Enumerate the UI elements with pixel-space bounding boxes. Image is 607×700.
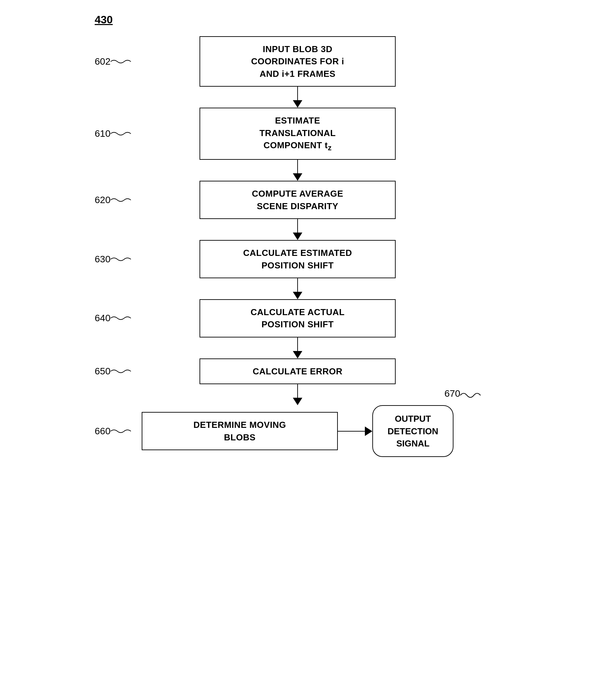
arrow-5	[293, 338, 302, 358]
step-row-602: 602 INPUT BLOB 3DCOORDINATES FOR iAND i+…	[95, 36, 501, 87]
box-630: CALCULATE ESTIMATEDPOSITION SHIFT	[200, 240, 396, 278]
box-650: CALCULATE ERROR	[200, 358, 396, 384]
wavy-icon-650	[110, 368, 131, 375]
label-640: 640	[95, 313, 131, 324]
box-640: CALCULATE ACTUALPOSITION SHIFT	[200, 299, 396, 338]
box-602: INPUT BLOB 3DCOORDINATES FOR iAND i+1 FR…	[200, 36, 396, 87]
arrow-1	[293, 87, 302, 108]
arrow-6	[293, 384, 302, 405]
wavy-icon-602	[110, 58, 131, 65]
step-row-620: 620 COMPUTE AVERAGESCENE DISPARITY	[95, 181, 501, 219]
wavy-icon-670	[460, 388, 481, 399]
bottom-row: DETERMINE MOVINGBLOBS OUTPUTDETECTIONSIG…	[142, 405, 454, 457]
step-row-610: 610 ESTIMATETRANSLATIONALCOMPONENT tz	[95, 108, 501, 160]
h-arrowhead	[365, 426, 372, 436]
h-arrow-line	[338, 431, 365, 432]
arrow-3	[293, 219, 302, 240]
label-610: 610	[95, 128, 131, 139]
diagram-container: 430 602 INPUT BLOB 3DCOORDINATES FOR iAN…	[95, 14, 501, 457]
step-row-640: 640 CALCULATE ACTUALPOSITION SHIFT	[95, 299, 501, 338]
wavy-icon-640	[110, 315, 131, 322]
arrow-2	[293, 160, 302, 181]
label-630: 630	[95, 254, 131, 265]
output-group: OUTPUTDETECTIONSIGNAL 670	[372, 405, 454, 457]
wavy-icon-610	[110, 130, 131, 137]
figure-label: 430	[95, 14, 501, 26]
label-660: 660	[95, 426, 131, 437]
flow-wrapper: 602 INPUT BLOB 3DCOORDINATES FOR iAND i+…	[95, 36, 501, 457]
step-row-660: 660 DETERMINE MOVINGBLOBS OUTPUTDETECTIO…	[95, 405, 501, 457]
output-box-670: OUTPUTDETECTIONSIGNAL	[372, 405, 454, 457]
wavy-icon-630	[110, 256, 131, 263]
label-620: 620	[95, 195, 131, 205]
step-row-630: 630 CALCULATE ESTIMATEDPOSITION SHIFT	[95, 240, 501, 278]
box-620: COMPUTE AVERAGESCENE DISPARITY	[200, 181, 396, 219]
box-660: DETERMINE MOVINGBLOBS	[142, 412, 338, 450]
wavy-icon-660	[110, 428, 131, 435]
wavy-icon-620	[110, 197, 131, 203]
h-arrow	[338, 426, 372, 436]
label-650: 650	[95, 366, 131, 377]
step-row-650: 650 CALCULATE ERROR	[95, 358, 501, 384]
arrow-4	[293, 278, 302, 299]
box-610: ESTIMATETRANSLATIONALCOMPONENT tz	[200, 108, 396, 160]
label-670: 670	[444, 388, 481, 399]
label-602: 602	[95, 56, 131, 67]
